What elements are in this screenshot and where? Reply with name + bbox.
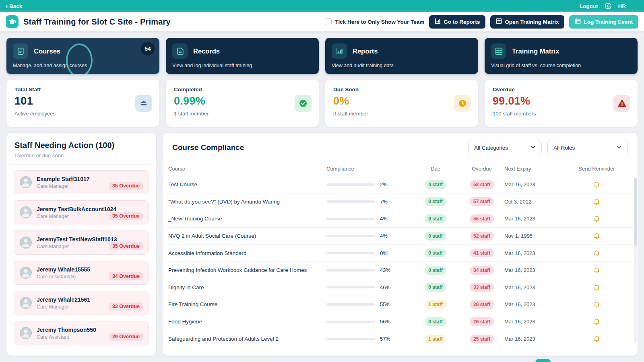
next-expiry-date: Nov 1, 1995	[504, 233, 561, 239]
send-reminder-bell-icon[interactable]	[593, 284, 600, 291]
send-reminder-bell-icon[interactable]	[593, 300, 600, 308]
send-reminder-bell-icon[interactable]	[593, 181, 600, 188]
due-badge: 0 staff	[425, 266, 446, 275]
course-name[interactable]: Accessible Information Standard	[167, 250, 326, 256]
table-row[interactable]: NVQ 2 in Adult Social Care (Course)4%0 s…	[167, 228, 633, 245]
show-team-checkbox[interactable]	[325, 19, 332, 25]
table-row[interactable]: Fire Training Course55%1 staff28 staffMa…	[167, 296, 633, 313]
role-filter-select[interactable]: All Roles	[547, 140, 628, 155]
compliance-bar	[326, 200, 375, 203]
compliance-bar	[326, 269, 375, 272]
overdue-count-badge: 35 Overdue	[109, 182, 143, 190]
clock-icon	[454, 95, 471, 112]
avatar-icon	[20, 237, 32, 249]
due-badge: 1 staff	[425, 335, 446, 343]
next-expiry-date: Mar 16, 2023	[504, 336, 561, 342]
table-row[interactable]: Accessible Information Standard0%0 staff…	[167, 245, 633, 262]
nav-card-description: Visual grid of staff vs. course completi…	[491, 63, 631, 68]
course-name[interactable]: Dignity in Care	[167, 284, 326, 290]
compliance-bar	[326, 338, 375, 340]
nav-card-training-matrix[interactable]: Training Matrix Visual grid of staff vs.…	[485, 38, 638, 74]
log-training-event-button[interactable]: Log Training Event	[569, 15, 638, 29]
overdue-badge: 28 staff	[470, 300, 494, 309]
staff-item[interactable]: Jeremy TestBulkAccount1024Care Manager35…	[14, 200, 149, 224]
course-name[interactable]: Safeguarding and Protection of Adults Le…	[167, 336, 326, 342]
back-button[interactable]: ‹ Back	[6, 3, 22, 9]
compliance-bar	[326, 235, 375, 237]
compliance-percent: 2%	[380, 181, 388, 187]
column-header-overdue: Overdue	[459, 166, 504, 172]
staff-panel-title: Staff Needing Action (100)	[14, 141, 148, 150]
category-filter-select[interactable]: All Categories	[468, 140, 542, 155]
table-row[interactable]: Preventing Infection Workbook Guidance f…	[167, 262, 633, 279]
stat-value: 99.01%	[493, 95, 630, 107]
stat-sub: Active employees	[14, 111, 151, 117]
nav-card-reports[interactable]: Reports View and audit training data	[325, 38, 478, 74]
floating-action-button[interactable]	[535, 359, 551, 362]
send-reminder-bell-icon[interactable]	[593, 198, 600, 206]
stat-label: Total Staff	[14, 86, 151, 93]
table-row[interactable]: Food Hygiene56%0 staff26 staffMar 16, 20…	[167, 313, 633, 331]
staff-name: JeremyTest TestNewStaff1013	[37, 236, 104, 243]
open-training-matrix-button[interactable]: Open Training Matrix	[490, 15, 564, 29]
logout-icon[interactable]	[605, 2, 612, 10]
log-training-event-label: Log Training Event	[584, 19, 633, 25]
avatar-icon	[20, 176, 32, 188]
send-reminder-bell-icon[interactable]	[593, 266, 600, 274]
stat-card-due-soon: Due Soon 0% 0 staff member	[325, 80, 478, 127]
send-reminder-bell-icon[interactable]	[593, 249, 600, 257]
send-reminder-bell-icon[interactable]	[593, 335, 600, 343]
staff-item[interactable]: Jeremy Whale21561Care Manager33 Overdue	[14, 291, 149, 315]
compliance-percent: 43%	[380, 267, 390, 273]
course-name[interactable]: Fire Training Course	[167, 301, 326, 307]
overdue-count-badge: 29 Overdue	[109, 333, 143, 341]
overdue-count-badge: 35 Overdue	[109, 242, 143, 250]
show-team-checkbox-group[interactable]: Tick Here to Only Show Your Team	[325, 19, 424, 25]
table-row[interactable]: Safeguarding and Protection of Adults Le…	[167, 330, 633, 348]
staff-item[interactable]: Jeremy Whale15555Care Assistant(S)34 Ove…	[14, 261, 149, 285]
staff-name: Jeremy Whale21561	[37, 296, 90, 303]
nav-card-title: Reports	[353, 47, 378, 55]
send-reminder-bell-icon[interactable]	[593, 232, 600, 240]
course-name[interactable]: NVQ 2 in Adult Social Care (Course)	[167, 233, 326, 239]
course-name[interactable]: "What do you see?" (DVD) by Amanda Warin…	[167, 199, 326, 205]
course-name[interactable]: Preventing Infection Workbook Guidance f…	[167, 267, 326, 273]
nav-card-records[interactable]: Records View and log individual staff tr…	[166, 38, 319, 74]
nav-card-courses[interactable]: Courses Manage, add and assign courses 5…	[6, 38, 159, 74]
user-initials[interactable]: HR	[618, 3, 626, 9]
compliance-percent: 4%	[380, 233, 388, 239]
table-row[interactable]: "What do you see?" (DVD) by Amanda Warin…	[167, 193, 633, 211]
table-header-row: Course Compliance Due Overdue Next Expir…	[167, 162, 633, 176]
table-row[interactable]: _New Training Course4%0 staff55 staffMar…	[167, 210, 633, 228]
apps-grid-icon[interactable]	[632, 3, 638, 9]
staff-name: Jeremy Thompson550	[37, 327, 96, 333]
table-row[interactable]: Test Course2%0 staff58 staffMar 16, 2023	[167, 176, 633, 193]
table-row[interactable]: Dignity in Care46%0 staff33 staffMar 16,…	[167, 279, 633, 296]
stat-card-completed: Completed 0.99% 1 staff member	[166, 80, 319, 127]
course-name[interactable]: Food Hygiene	[167, 319, 326, 325]
avatar-icon	[20, 297, 32, 309]
role-filter-value: All Roles	[553, 145, 575, 151]
staff-item[interactable]: Jeremy Thompson550Care Assistant29 Overd…	[14, 321, 149, 345]
nav-card-description: View and log individual staff training	[172, 63, 312, 68]
logout-button[interactable]: Logout	[580, 3, 598, 9]
avatar-icon	[20, 206, 32, 218]
staff-needing-action-panel: Staff Needing Action (100) Overdue or du…	[6, 133, 156, 356]
staff-item[interactable]: JeremyTest TestNewStaff1013Care Manager3…	[14, 230, 149, 255]
stat-label: Completed	[174, 86, 311, 93]
course-name[interactable]: Test Course	[167, 181, 326, 187]
go-to-reports-button[interactable]: Go to Reports	[429, 15, 485, 29]
overdue-badge: 58 staff	[470, 180, 494, 189]
staff-name: Jeremy TestBulkAccount1024	[37, 206, 104, 212]
send-reminder-bell-icon[interactable]	[593, 318, 600, 325]
stat-sub: 0 staff member	[333, 111, 470, 117]
column-header-next-expiry: Next Expiry	[504, 166, 561, 172]
document-icon	[13, 43, 28, 59]
staff-item[interactable]: Example Staff31017Care Manager35 Overdue	[14, 170, 149, 194]
due-badge: 0 staff	[425, 197, 446, 206]
table-grid-icon	[491, 43, 506, 59]
send-reminder-bell-icon[interactable]	[593, 215, 600, 222]
next-expiry-date: Mar 16, 2023	[504, 301, 561, 307]
course-name[interactable]: _New Training Course	[167, 216, 326, 222]
table-scrollbar[interactable]	[634, 178, 637, 343]
